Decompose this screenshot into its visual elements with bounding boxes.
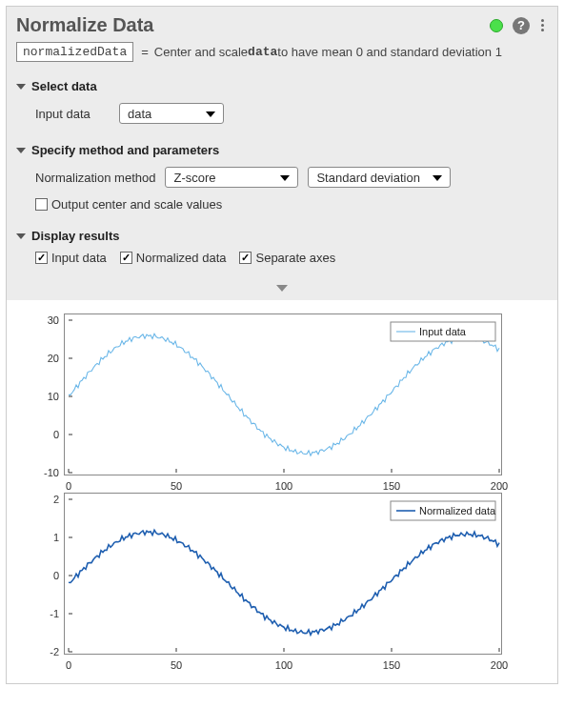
output-center-scale-row: Output center and scale values: [16, 193, 548, 215]
collapse-row: [7, 278, 557, 300]
normalize-data-panel: Normalize Data ? normalizedData = Center…: [6, 6, 558, 684]
section-title: Specify method and parameters: [31, 143, 219, 157]
input-data-select[interactable]: data: [119, 103, 224, 124]
normalization-method-select[interactable]: Z-score: [165, 167, 298, 188]
collapse-arrow-icon[interactable]: [276, 285, 288, 292]
section-display: Display results Input data Normalized da…: [7, 221, 557, 278]
svg-text:0: 0: [66, 480, 71, 492]
chart-normalized: -2-1012050100150200Normalized data: [64, 493, 502, 655]
disclosure-triangle-icon: [16, 148, 26, 153]
section-select-data: Select data Input data data: [7, 71, 557, 135]
section-method: Specify method and parameters Normalizat…: [7, 135, 557, 221]
output-variable-field[interactable]: normalizedData: [16, 42, 133, 62]
kebab-menu-icon[interactable]: [537, 17, 548, 33]
svg-text:200: 200: [491, 659, 508, 671]
chart-input-data-wrap: -100102030050100150200Input data: [64, 313, 540, 475]
section-header-method[interactable]: Specify method and parameters: [16, 139, 548, 161]
display-separate-axes-label: Separate axes: [255, 251, 335, 265]
input-data-row: Input data data: [16, 97, 548, 130]
chart-input-data: -100102030050100150200Input data: [64, 313, 502, 475]
section-title: Display results: [31, 229, 120, 243]
svg-text:50: 50: [171, 659, 182, 671]
equation-row: normalizedData = Center and scale data t…: [7, 40, 557, 71]
display-input-data-label: Input data: [51, 251, 107, 265]
output-center-scale-label: Output center and scale values: [51, 197, 222, 212]
output-center-scale-checkbox[interactable]: [35, 198, 48, 211]
display-separate-axes-checkbox[interactable]: [239, 252, 252, 264]
svg-text:Normalized data: Normalized data: [419, 505, 496, 516]
status-indicator-icon: [490, 19, 503, 32]
help-icon[interactable]: ?: [513, 17, 530, 34]
svg-text:20: 20: [48, 353, 59, 364]
panel-header: Normalize Data ?: [7, 7, 557, 40]
svg-text:10: 10: [48, 391, 59, 402]
panel-title: Normalize Data: [16, 14, 490, 36]
svg-text:0: 0: [53, 429, 59, 440]
normalization-param-select[interactable]: Standard deviation: [308, 167, 451, 188]
section-header-select-data[interactable]: Select data: [16, 75, 548, 97]
normalization-method-row: Normalization method Z-score Standard de…: [16, 161, 548, 193]
svg-text:1: 1: [53, 532, 59, 543]
svg-text:100: 100: [275, 480, 292, 492]
svg-text:0: 0: [66, 659, 71, 671]
svg-text:150: 150: [383, 480, 400, 492]
display-normalized-checkbox[interactable]: [120, 252, 132, 264]
normalization-method-value: Z-score: [173, 171, 215, 185]
chart-normalized-wrap: -2-1012050100150200Normalized data: [64, 493, 540, 655]
svg-text:-10: -10: [44, 467, 59, 478]
svg-text:100: 100: [275, 659, 292, 671]
equation-data-var: data: [248, 45, 277, 59]
disclosure-triangle-icon: [16, 233, 26, 239]
input-data-select-value: data: [128, 107, 151, 121]
plots-area: -100102030050100150200Input data -2-1012…: [7, 300, 557, 683]
normalization-param-value: Standard deviation: [316, 171, 419, 185]
svg-text:2: 2: [53, 494, 59, 505]
svg-text:200: 200: [491, 480, 508, 492]
svg-text:0: 0: [53, 570, 59, 581]
disclosure-triangle-icon: [16, 84, 26, 90]
equation-desc-prefix: Center and scale: [154, 45, 248, 59]
svg-text:30: 30: [48, 314, 59, 326]
svg-text:-1: -1: [50, 608, 59, 619]
display-input-data-checkbox[interactable]: [35, 252, 48, 264]
display-checkbox-row: Input data Normalized data Separate axes: [16, 247, 548, 273]
section-title: Select data: [31, 79, 97, 93]
display-normalized-label: Normalized data: [136, 251, 227, 265]
svg-text:Input data: Input data: [419, 326, 467, 337]
section-header-display[interactable]: Display results: [16, 225, 548, 247]
svg-text:150: 150: [383, 659, 400, 671]
normalization-method-label: Normalization method: [35, 171, 155, 185]
equals-sign: =: [141, 45, 149, 59]
input-data-label: Input data: [35, 107, 110, 121]
equation-desc-suffix: to have mean 0 and standard deviation 1: [277, 45, 502, 59]
svg-text:-2: -2: [50, 646, 59, 657]
svg-text:50: 50: [171, 480, 182, 492]
